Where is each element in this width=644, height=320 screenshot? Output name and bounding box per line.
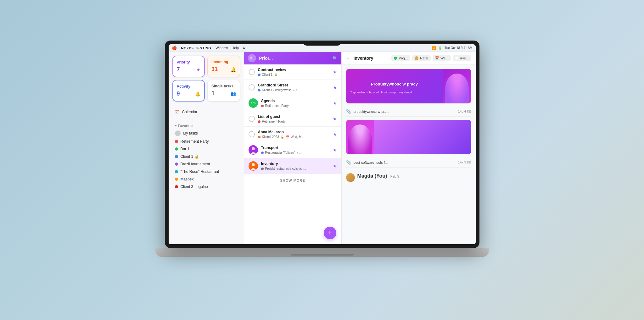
sidebar-item-brazil[interactable]: Brazil tournament — [172, 160, 240, 168]
priority-widget-title: Priority — [177, 60, 201, 64]
task-item-transport[interactable]: Transport Restauracja "Tulipan" ● ... ★ — [244, 142, 341, 158]
retirement-dot — [175, 140, 178, 143]
client3-label: Client 3 - ogólne — [181, 185, 208, 189]
rys-label: Rys... — [460, 56, 468, 60]
laptop-base — [155, 248, 489, 257]
comment-item: Magda (You) Feb 9 ··· — [346, 171, 471, 185]
anna-lock: 🔒 — [281, 135, 284, 139]
sidebar: Priority 7 ★ Incoming 31 🔔 — [169, 52, 244, 244]
task-panel-header: ① Prior... 🔍 — [244, 52, 341, 64]
tab-we[interactable]: 📅 We... — [433, 55, 451, 61]
single-tasks-title: Single tasks — [211, 84, 236, 88]
task-name-anna: Anna Makaron — [258, 130, 330, 134]
anna-due: Wed, M... — [291, 135, 304, 139]
window-menu[interactable]: Window — [216, 46, 228, 50]
priority-widget[interactable]: Priority 7 ★ — [172, 56, 205, 77]
activity-widget[interactable]: Activity 9 🔔 — [172, 80, 205, 102]
activity-bell-icon: 🔔 — [195, 91, 200, 97]
sidebar-item-retirement-party[interactable]: Retirement Party — [172, 138, 240, 145]
tab-rys[interactable]: ☰ Rys... — [453, 55, 471, 61]
inventory-project: Projekt restauracja cdjsnjsn... — [265, 167, 306, 170]
task-checkbox-list[interactable] — [249, 116, 255, 122]
favorites-header: ▾ Favorites — [172, 121, 240, 129]
help-menu[interactable]: Help — [232, 46, 239, 50]
agenda-project-dot — [261, 105, 264, 107]
task-avatar-agenda: em — [249, 98, 258, 108]
inventory-star-icon[interactable]: ★ — [333, 163, 337, 168]
my-tasks-label: My tasks — [183, 131, 198, 135]
app-content: Priority 7 ★ Incoming 31 🔔 — [169, 52, 476, 244]
attachment-filesize-1: 145.4 KB — [458, 110, 471, 113]
incoming-count: 31 — [211, 66, 218, 73]
task-item-agenda[interactable]: em Agenda Retirement Party ★ — [244, 95, 341, 111]
sidebar-item-bar1[interactable]: Bar 1 — [172, 145, 240, 153]
contract-star-icon[interactable]: ★ — [333, 69, 337, 74]
single-tasks-widget[interactable]: Single tasks 1 👥 — [207, 80, 240, 102]
sidebar-item-calendar[interactable]: 📅 Calendar — [172, 108, 240, 116]
person-silhouette-2 — [348, 124, 372, 154]
task-item-list-of-guest[interactable]: List of guest Retirement Party ★ — [244, 111, 341, 127]
task-item-grandford[interactable]: Grandford Street Klient 1 - księgowość ●… — [244, 80, 341, 95]
we-calendar-icon: 📅 — [435, 56, 439, 60]
favorites-arrow: ▾ — [175, 124, 177, 128]
comment-more-icon[interactable]: ··· — [468, 173, 471, 182]
sidebar-item-maspex[interactable]: Maspex — [172, 175, 240, 183]
task-panel-title: Prior... — [259, 56, 273, 61]
single-tasks-count: 1 — [211, 90, 215, 97]
we-label: We... — [440, 56, 448, 60]
task-item-anna[interactable]: Anna Makaron Klienci 2023 🔒 📅 Wed, M... — [244, 127, 341, 142]
task-item-contract-review[interactable]: Contract review Client 1 🔒 ★ — [244, 64, 341, 80]
comment-content: Magda (You) Feb 9 — [357, 173, 399, 182]
menubar-right: 📶 🔋 Tue Oct 18 9:41 AM — [432, 46, 473, 50]
task-panel-icon: ① — [248, 54, 256, 62]
sidebar-item-client3[interactable]: Client 3 - ogólne — [172, 183, 240, 190]
list-star-icon[interactable]: ★ — [333, 116, 337, 121]
add-task-button[interactable]: + — [324, 227, 336, 239]
anna-star-icon[interactable]: ★ — [333, 132, 337, 137]
task-info-inventory: Inventory Projekt restauracja cdjsnjsn..… — [261, 162, 330, 170]
task-meta-agenda: Retirement Party — [261, 104, 330, 108]
sidebar-item-my-tasks[interactable]: My tasks — [172, 129, 240, 138]
task-name-list: List of guest — [258, 114, 330, 119]
right-panel: → Inventory Proj... Rafał — [342, 52, 476, 244]
apple-menu[interactable]: 🍎 — [172, 46, 177, 50]
activity-count: 9 — [177, 91, 180, 97]
brazil-label: Brazil tournament — [181, 162, 210, 166]
svg-point-1 — [252, 163, 255, 166]
transport-project: Restauracja "Tulipan" — [265, 151, 295, 154]
grandford-project: Klient 1 - księgowość — [262, 88, 292, 92]
maspex-label: Maspex — [181, 177, 194, 181]
task-panel-search-icon[interactable]: 🔍 — [333, 56, 338, 61]
single-tasks-footer: 1 👥 — [211, 90, 236, 97]
sidebar-item-rose[interactable]: "The Rose" Restaurant — [172, 168, 240, 175]
task-meta-grandford: Klient 1 - księgowość ● 2 — [258, 88, 330, 92]
task-item-inventory[interactable]: Inventory Projekt restauracja cdjsnjsn..… — [244, 158, 341, 174]
agenda-project: Retirement Party — [265, 104, 289, 108]
tab-rafal[interactable]: Rafał — [412, 55, 431, 61]
sidebar-item-client1[interactable]: Client 1 🔒 — [172, 153, 240, 160]
attachment-file-1[interactable]: 📎 produktywnosc-w-pra... 145.4 KB — [346, 107, 471, 117]
list-project-dot — [258, 120, 260, 123]
calendar-label: Calendar — [182, 110, 198, 114]
right-panel-body: Produktywność w pracy 7 sprawdzonych por… — [342, 64, 476, 244]
show-more-button[interactable]: SHOW MORE — [244, 174, 341, 187]
task-info-anna: Anna Makaron Klienci 2023 🔒 📅 Wed, M... — [258, 130, 330, 139]
task-list-relative: Contract review Client 1 🔒 ★ — [244, 64, 341, 244]
back-arrow-icon[interactable]: → — [346, 56, 350, 61]
task-checkbox-anna[interactable] — [249, 131, 255, 137]
task-info-transport: Transport Restauracja "Tulipan" ● ... — [261, 146, 330, 154]
attachment-file-2[interactable]: 📎 best-software-tools-f... 147.3 KB — [346, 157, 471, 168]
grandford-star-icon[interactable]: ★ — [333, 85, 337, 90]
anna-calendar-icon: 📅 — [286, 135, 289, 139]
task-checkbox-grandford[interactable] — [249, 84, 255, 91]
comment-author: Magda (You) — [357, 173, 387, 179]
task-checkbox-contract[interactable] — [249, 69, 255, 75]
transport-star-icon[interactable]: ★ — [333, 147, 337, 152]
tab-proj[interactable]: Proj... — [391, 55, 410, 61]
incoming-widget[interactable]: Incoming 31 🔔 — [207, 56, 240, 77]
task-name-transport: Transport — [261, 146, 330, 150]
task-meta-anna: Klienci 2023 🔒 📅 Wed, M... — [258, 135, 330, 139]
gear-icon[interactable]: ⚙ — [243, 46, 246, 50]
agenda-star-icon[interactable]: ★ — [333, 101, 337, 106]
transport-extra: ● ... — [297, 151, 301, 154]
